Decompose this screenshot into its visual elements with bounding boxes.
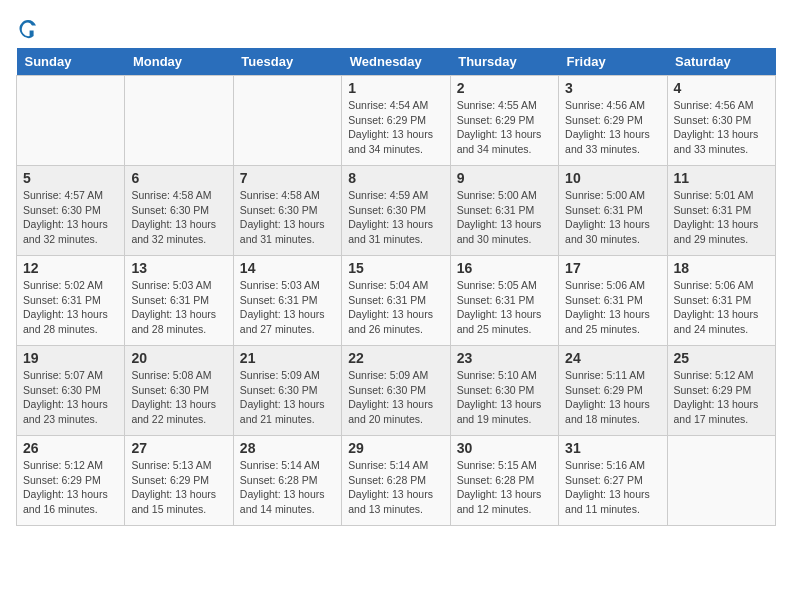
header-tuesday: Tuesday [233, 48, 341, 76]
day-info: Sunrise: 4:55 AM Sunset: 6:29 PM Dayligh… [457, 98, 552, 157]
day-info: Sunrise: 5:10 AM Sunset: 6:30 PM Dayligh… [457, 368, 552, 427]
day-info: Sunrise: 5:08 AM Sunset: 6:30 PM Dayligh… [131, 368, 226, 427]
day-info: Sunrise: 5:15 AM Sunset: 6:28 PM Dayligh… [457, 458, 552, 517]
day-info: Sunrise: 5:00 AM Sunset: 6:31 PM Dayligh… [565, 188, 660, 247]
day-number: 21 [240, 350, 335, 366]
header-friday: Friday [559, 48, 667, 76]
day-info: Sunrise: 5:14 AM Sunset: 6:28 PM Dayligh… [348, 458, 443, 517]
day-number: 29 [348, 440, 443, 456]
day-info: Sunrise: 5:03 AM Sunset: 6:31 PM Dayligh… [131, 278, 226, 337]
day-info: Sunrise: 5:06 AM Sunset: 6:31 PM Dayligh… [674, 278, 769, 337]
day-number: 27 [131, 440, 226, 456]
day-info: Sunrise: 4:56 AM Sunset: 6:30 PM Dayligh… [674, 98, 769, 157]
day-number: 14 [240, 260, 335, 276]
week-row-1: 1Sunrise: 4:54 AM Sunset: 6:29 PM Daylig… [17, 76, 776, 166]
day-number: 11 [674, 170, 769, 186]
day-number: 16 [457, 260, 552, 276]
day-cell: 7Sunrise: 4:58 AM Sunset: 6:30 PM Daylig… [233, 166, 341, 256]
day-number: 3 [565, 80, 660, 96]
day-number: 13 [131, 260, 226, 276]
day-number: 10 [565, 170, 660, 186]
header-wednesday: Wednesday [342, 48, 450, 76]
day-info: Sunrise: 5:00 AM Sunset: 6:31 PM Dayligh… [457, 188, 552, 247]
day-cell: 9Sunrise: 5:00 AM Sunset: 6:31 PM Daylig… [450, 166, 558, 256]
day-cell: 18Sunrise: 5:06 AM Sunset: 6:31 PM Dayli… [667, 256, 775, 346]
day-info: Sunrise: 4:54 AM Sunset: 6:29 PM Dayligh… [348, 98, 443, 157]
day-info: Sunrise: 5:06 AM Sunset: 6:31 PM Dayligh… [565, 278, 660, 337]
week-row-4: 19Sunrise: 5:07 AM Sunset: 6:30 PM Dayli… [17, 346, 776, 436]
logo [16, 16, 44, 40]
calendar-header-row: SundayMondayTuesdayWednesdayThursdayFrid… [17, 48, 776, 76]
day-cell: 20Sunrise: 5:08 AM Sunset: 6:30 PM Dayli… [125, 346, 233, 436]
day-cell [667, 436, 775, 526]
day-cell: 25Sunrise: 5:12 AM Sunset: 6:29 PM Dayli… [667, 346, 775, 436]
day-cell: 31Sunrise: 5:16 AM Sunset: 6:27 PM Dayli… [559, 436, 667, 526]
day-info: Sunrise: 5:12 AM Sunset: 6:29 PM Dayligh… [674, 368, 769, 427]
day-info: Sunrise: 4:58 AM Sunset: 6:30 PM Dayligh… [240, 188, 335, 247]
day-cell: 1Sunrise: 4:54 AM Sunset: 6:29 PM Daylig… [342, 76, 450, 166]
day-cell: 16Sunrise: 5:05 AM Sunset: 6:31 PM Dayli… [450, 256, 558, 346]
day-cell: 17Sunrise: 5:06 AM Sunset: 6:31 PM Dayli… [559, 256, 667, 346]
day-cell: 23Sunrise: 5:10 AM Sunset: 6:30 PM Dayli… [450, 346, 558, 436]
day-number: 6 [131, 170, 226, 186]
day-info: Sunrise: 5:16 AM Sunset: 6:27 PM Dayligh… [565, 458, 660, 517]
day-cell: 13Sunrise: 5:03 AM Sunset: 6:31 PM Dayli… [125, 256, 233, 346]
day-info: Sunrise: 5:07 AM Sunset: 6:30 PM Dayligh… [23, 368, 118, 427]
day-number: 19 [23, 350, 118, 366]
week-row-2: 5Sunrise: 4:57 AM Sunset: 6:30 PM Daylig… [17, 166, 776, 256]
logo-icon [16, 16, 40, 40]
day-info: Sunrise: 5:04 AM Sunset: 6:31 PM Dayligh… [348, 278, 443, 337]
day-info: Sunrise: 4:59 AM Sunset: 6:30 PM Dayligh… [348, 188, 443, 247]
day-number: 7 [240, 170, 335, 186]
day-info: Sunrise: 4:58 AM Sunset: 6:30 PM Dayligh… [131, 188, 226, 247]
day-cell: 24Sunrise: 5:11 AM Sunset: 6:29 PM Dayli… [559, 346, 667, 436]
day-info: Sunrise: 5:12 AM Sunset: 6:29 PM Dayligh… [23, 458, 118, 517]
day-cell: 21Sunrise: 5:09 AM Sunset: 6:30 PM Dayli… [233, 346, 341, 436]
day-number: 26 [23, 440, 118, 456]
day-cell: 11Sunrise: 5:01 AM Sunset: 6:31 PM Dayli… [667, 166, 775, 256]
day-cell [17, 76, 125, 166]
day-number: 28 [240, 440, 335, 456]
day-number: 18 [674, 260, 769, 276]
day-cell [125, 76, 233, 166]
day-cell: 29Sunrise: 5:14 AM Sunset: 6:28 PM Dayli… [342, 436, 450, 526]
header-thursday: Thursday [450, 48, 558, 76]
day-cell: 6Sunrise: 4:58 AM Sunset: 6:30 PM Daylig… [125, 166, 233, 256]
day-info: Sunrise: 5:02 AM Sunset: 6:31 PM Dayligh… [23, 278, 118, 337]
day-number: 9 [457, 170, 552, 186]
calendar-table: SundayMondayTuesdayWednesdayThursdayFrid… [16, 48, 776, 526]
day-cell: 28Sunrise: 5:14 AM Sunset: 6:28 PM Dayli… [233, 436, 341, 526]
day-number: 30 [457, 440, 552, 456]
day-cell: 19Sunrise: 5:07 AM Sunset: 6:30 PM Dayli… [17, 346, 125, 436]
day-cell: 4Sunrise: 4:56 AM Sunset: 6:30 PM Daylig… [667, 76, 775, 166]
day-cell: 30Sunrise: 5:15 AM Sunset: 6:28 PM Dayli… [450, 436, 558, 526]
day-cell: 15Sunrise: 5:04 AM Sunset: 6:31 PM Dayli… [342, 256, 450, 346]
day-number: 12 [23, 260, 118, 276]
day-info: Sunrise: 4:56 AM Sunset: 6:29 PM Dayligh… [565, 98, 660, 157]
week-row-3: 12Sunrise: 5:02 AM Sunset: 6:31 PM Dayli… [17, 256, 776, 346]
day-number: 25 [674, 350, 769, 366]
day-info: Sunrise: 5:11 AM Sunset: 6:29 PM Dayligh… [565, 368, 660, 427]
header [16, 16, 776, 40]
day-number: 17 [565, 260, 660, 276]
day-number: 4 [674, 80, 769, 96]
day-info: Sunrise: 5:05 AM Sunset: 6:31 PM Dayligh… [457, 278, 552, 337]
day-info: Sunrise: 5:14 AM Sunset: 6:28 PM Dayligh… [240, 458, 335, 517]
day-number: 15 [348, 260, 443, 276]
day-number: 22 [348, 350, 443, 366]
day-number: 24 [565, 350, 660, 366]
day-cell: 22Sunrise: 5:09 AM Sunset: 6:30 PM Dayli… [342, 346, 450, 436]
day-number: 2 [457, 80, 552, 96]
day-info: Sunrise: 5:03 AM Sunset: 6:31 PM Dayligh… [240, 278, 335, 337]
day-cell: 2Sunrise: 4:55 AM Sunset: 6:29 PM Daylig… [450, 76, 558, 166]
day-number: 8 [348, 170, 443, 186]
day-cell: 26Sunrise: 5:12 AM Sunset: 6:29 PM Dayli… [17, 436, 125, 526]
day-number: 1 [348, 80, 443, 96]
day-cell: 8Sunrise: 4:59 AM Sunset: 6:30 PM Daylig… [342, 166, 450, 256]
week-row-5: 26Sunrise: 5:12 AM Sunset: 6:29 PM Dayli… [17, 436, 776, 526]
day-info: Sunrise: 5:09 AM Sunset: 6:30 PM Dayligh… [240, 368, 335, 427]
day-cell: 12Sunrise: 5:02 AM Sunset: 6:31 PM Dayli… [17, 256, 125, 346]
day-number: 31 [565, 440, 660, 456]
day-info: Sunrise: 5:09 AM Sunset: 6:30 PM Dayligh… [348, 368, 443, 427]
day-cell: 3Sunrise: 4:56 AM Sunset: 6:29 PM Daylig… [559, 76, 667, 166]
